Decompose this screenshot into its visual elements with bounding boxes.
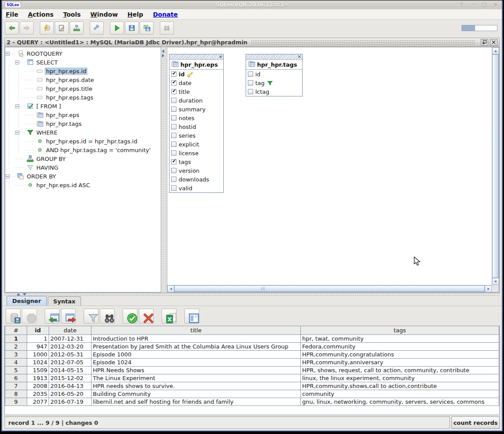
split-collapse-arrows[interactable] xyxy=(162,50,164,57)
date-cell[interactable]: 2012-03-20 xyxy=(49,342,92,350)
field-checkbox[interactable] xyxy=(171,133,176,138)
tree-node[interactable]: hpr_hpr.eps xyxy=(5,110,161,119)
table-row[interactable]: 410242012-07-05Episode 1024HPR,community… xyxy=(5,358,499,366)
id-cell[interactable]: 947 xyxy=(27,342,49,350)
column-header-title[interactable]: title xyxy=(92,326,301,334)
scroll-up-button[interactable] xyxy=(492,47,499,54)
field-checkbox[interactable] xyxy=(171,89,176,94)
table-row[interactable]: 29472012-03-20Presentation by Jared Smit… xyxy=(5,342,499,350)
save-query-button[interactable] xyxy=(125,21,139,35)
metadata-button[interactable] xyxy=(40,21,54,35)
field-checkbox[interactable] xyxy=(248,80,253,85)
tags-cell[interactable]: HPR,community,shows,call to action,contr… xyxy=(301,382,499,390)
table-field-row[interactable]: series xyxy=(169,131,223,140)
date-cell[interactable]: 2016-04-13 xyxy=(49,382,92,390)
collapse-left-icon[interactable] xyxy=(162,50,164,53)
id-cell[interactable]: 2077 xyxy=(27,398,49,406)
title-cell[interactable]: Episode 1024 xyxy=(92,358,301,366)
field-checkbox[interactable] xyxy=(171,168,176,173)
menu-tools[interactable]: Tools xyxy=(63,11,81,18)
title-cell[interactable]: Episode 1000 xyxy=(92,350,301,358)
id-cell[interactable]: 1000 xyxy=(27,350,49,358)
tree-node[interactable]: HAVING xyxy=(5,163,161,172)
tree-node[interactable]: SELECT xyxy=(5,58,161,67)
title-cell[interactable]: Presentation by Jared Smith at the Colum… xyxy=(92,342,301,350)
tree-node[interactable]: WHERE xyxy=(5,128,161,137)
table-field-row[interactable]: duration xyxy=(169,96,223,105)
table-field-row[interactable]: tags xyxy=(169,157,223,166)
table-field-row[interactable]: downloads xyxy=(169,175,223,184)
card-close-icon[interactable]: ✕ xyxy=(298,55,302,59)
save-results-to-db-button[interactable] xyxy=(6,309,21,324)
vertical-split-divider[interactable] xyxy=(161,47,167,292)
column-header-num[interactable]: # xyxy=(5,326,27,334)
title-cell[interactable]: Building Community xyxy=(92,390,301,398)
date-cell[interactable]: 2015-12-02 xyxy=(49,374,92,382)
filter-results-button[interactable] xyxy=(84,309,99,324)
tree-expander-icon[interactable] xyxy=(6,52,10,56)
tree-node-label[interactable]: hpr_hpr.eps xyxy=(45,111,81,119)
tree-node-label[interactable]: hpr_hpr.eps.id ASC xyxy=(35,181,91,189)
table-row[interactable]: 619132015-12-02The Linux Experimentlinux… xyxy=(5,374,499,382)
date-cell[interactable]: 2016-05-20 xyxy=(49,390,92,398)
tree-node-label[interactable]: hpr_hpr.eps.title xyxy=(45,85,94,92)
tree-node-label[interactable]: ORDER BY xyxy=(25,173,57,180)
id-cell[interactable]: 1 xyxy=(27,334,49,342)
tree-node-label[interactable]: AND hpr_hpr.tags.tag = 'community' xyxy=(45,146,152,154)
table-field-row[interactable]: version xyxy=(169,166,223,175)
table-field-row[interactable]: date xyxy=(169,78,223,87)
new-query-button[interactable] xyxy=(55,21,69,35)
tree-node-label[interactable]: GROUP BY xyxy=(35,155,67,163)
tree-node[interactable]: GROUP BY xyxy=(5,154,161,163)
table-field-row[interactable]: lctag xyxy=(246,87,302,96)
tags-cell[interactable]: community xyxy=(301,390,499,398)
table-field-row[interactable]: notes xyxy=(169,114,223,122)
tags-cell[interactable]: linux, the linux experiment, community xyxy=(301,374,499,382)
query-frame-titlebar[interactable]: 2 - QUERY : <Untitled1> : MySQL (MariaDB… xyxy=(5,38,499,47)
results-header-row[interactable]: #iddatetitletags xyxy=(5,326,499,334)
table-field-row[interactable]: tag xyxy=(246,78,302,87)
field-checkbox[interactable] xyxy=(248,71,253,77)
tree-node-label[interactable]: hpr_hpr.eps.id xyxy=(45,68,88,75)
close-window-button[interactable]: × xyxy=(492,1,499,8)
title-cell[interactable]: libernil.net and self hosting for friend… xyxy=(92,398,301,406)
menu-actions[interactable]: Actions xyxy=(28,11,54,18)
table-row[interactable]: 310002012-05-31Episode 1000HPR,community… xyxy=(5,350,499,358)
title-cell[interactable]: Introduction to HPR xyxy=(92,334,301,342)
scroll-down-button[interactable] xyxy=(492,278,499,285)
table-row[interactable]: 920772016-07-19libernil.net and self hos… xyxy=(5,398,499,406)
tags-cell[interactable]: Fedora,community xyxy=(301,342,499,350)
table-row[interactable]: 515092014-05-15HPR Needs ShowsHPR, shows… xyxy=(5,366,499,374)
minimize-window-button[interactable]: ─ xyxy=(469,1,476,8)
tree-node[interactable]: ORDER BY xyxy=(5,172,161,181)
field-checkbox[interactable] xyxy=(171,150,176,156)
tree-expander-icon[interactable] xyxy=(15,131,19,135)
table-field-row[interactable]: id xyxy=(169,70,223,78)
column-header-tags[interactable]: tags xyxy=(301,326,499,334)
table-row[interactable]: 112007-12-31Introduction to HPRhpr, twat… xyxy=(5,334,499,342)
title-cell[interactable]: HPR Needs Shows xyxy=(92,366,301,374)
id-cell[interactable]: 2008 xyxy=(27,382,49,390)
table-card[interactable]: ✕hpr_hpr.epsiddatetitledurationsummaryno… xyxy=(169,54,224,193)
tags-cell[interactable]: HPR,community,congratulations xyxy=(301,350,499,358)
table-field-row[interactable]: hostid xyxy=(169,122,223,131)
column-header-date[interactable]: date xyxy=(49,326,92,334)
table-field-row[interactable]: id xyxy=(246,70,302,78)
table-card-header[interactable]: ✕ xyxy=(169,54,223,60)
back-button[interactable] xyxy=(5,21,19,35)
next-page-button[interactable] xyxy=(61,309,76,324)
title-cell[interactable]: HPR needs shows to survive. xyxy=(92,382,301,390)
diagram-vertical-scrollbar[interactable] xyxy=(492,47,499,285)
collapse-right-icon[interactable] xyxy=(162,54,164,57)
table-card-title[interactable]: hpr_hpr.tags xyxy=(246,60,302,70)
tree-node-label[interactable]: ROOTQUERY xyxy=(25,50,64,57)
tree-node[interactable]: hpr_hpr.eps.id = hpr_hpr.tags.id xyxy=(5,137,161,146)
tab-syntax[interactable]: Syntax xyxy=(48,296,81,306)
date-cell[interactable]: 2007-12-31 xyxy=(49,334,92,342)
preferences-button[interactable] xyxy=(90,21,104,35)
menu-window[interactable]: Window xyxy=(90,11,118,18)
id-cell[interactable]: 1509 xyxy=(27,366,49,374)
title-cell[interactable]: The Linux Experiment xyxy=(92,374,301,382)
table-row[interactable]: 820352016-05-20Building Communitycommuni… xyxy=(5,390,499,398)
horizontal-scroll-thumb[interactable] xyxy=(174,285,485,292)
